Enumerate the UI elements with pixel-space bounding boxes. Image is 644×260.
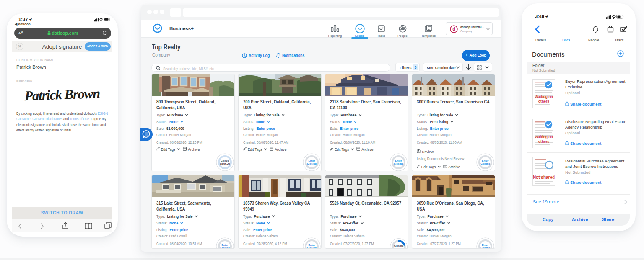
svg-text:d: d xyxy=(452,26,455,31)
